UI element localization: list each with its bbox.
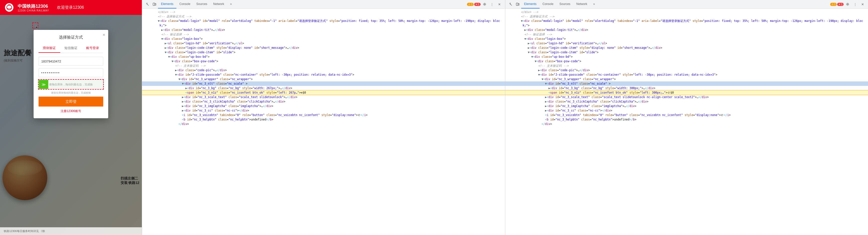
tab-console-right[interactable]: Console (539, 0, 557, 8)
error-badge-right: ✕ 1 (837, 3, 844, 6)
code-line[interactable]: </div> --> (505, 10, 868, 14)
code-line[interactable]: ▼<div id="nc_3_nlt" class="nc_scale" > (142, 81, 505, 86)
code-line[interactable]: ▶<div class="login-code-item" style="dis… (505, 46, 868, 50)
code-line[interactable]: </div> (505, 122, 868, 126)
code-line[interactable]: ▼<div class="login-box"> (505, 37, 868, 41)
modal-tab-account[interactable]: 账号登录 (82, 44, 103, 53)
more-icon-left[interactable]: ⋮ (489, 1, 496, 8)
code-line[interactable]: <!-- 选择验证方式 --> (142, 14, 505, 19)
code-line[interactable]: ▼<div id="J-slide-passcode" class="nc-co… (142, 72, 505, 77)
close-icon-right[interactable]: ✕ (859, 1, 866, 8)
code-line[interactable]: ▼<div class="modal-login" id="modal" rol… (505, 19, 868, 28)
tab-elements-left[interactable]: Elements (158, 0, 176, 8)
tab-network-right[interactable]: Network (574, 0, 590, 8)
code-line[interactable]: <i id="nc_3_voicebtn" tabindex="0" role=… (505, 113, 868, 117)
code-line[interactable]: ▼<div class="up-box-bd"> (505, 55, 868, 59)
code-line[interactable]: ▶<div class="modal-login-tit">…</div> (505, 28, 868, 32)
tab-more-right[interactable]: » (590, 0, 598, 8)
code-line[interactable]: ▶<ul class="login-hd" id="verification">… (505, 41, 868, 46)
svg-rect-7 (518, 3, 519, 5)
error-count-right: 1 (841, 3, 842, 6)
settings-icon-left[interactable] (481, 1, 488, 8)
code-line[interactable]: <!-- 验证选择 --> (505, 32, 868, 37)
code-line[interactable]: <!-- 选择验证方式 --> (505, 14, 868, 19)
code-line[interactable]: <!-- 文本验证码 --> (505, 63, 868, 68)
code-line[interactable]: ▶<div id="nc_3_scale_text" class="scale_… (142, 95, 505, 99)
code-line[interactable]: ▶<div id="nc_3_bg" class="nc_bg" style="… (505, 86, 868, 90)
settings-icon-right[interactable] (844, 1, 851, 8)
code-line[interactable]: ▶<div class="nc_3_clickCaptcha" class="c… (142, 99, 505, 104)
modal-tab-sms[interactable]: 短信验证 (60, 44, 82, 53)
inspect-icon-button[interactable] (144, 1, 151, 8)
code-line[interactable]: ▶<div id="nc_3_cc" class="nc-cc"></div> (505, 108, 868, 113)
code-line[interactable]: ▼<div id="nc_3_wrapper" class="nc_wrappe… (142, 77, 505, 81)
code-line[interactable]: ▶<div id="nc_3_scale_text" class="scale_… (505, 95, 868, 99)
site-name-sub: 12306 CHINA RAILWAY (18, 9, 49, 12)
code-line[interactable]: </div> (142, 122, 505, 126)
code-line[interactable]: ▼<div class="box-psw-code"> (505, 59, 868, 63)
code-line[interactable]: ▶<div id="nc_3_imgCaptcha" class="imgCap… (505, 104, 868, 108)
code-line[interactable]: ▶<div class="code-pic">…</div> (142, 68, 505, 72)
svg-rect-2 (8, 4, 10, 5)
site-name: 中国铁路12306 12306 CHINA RAILWAY (18, 3, 49, 12)
code-line[interactable]: </div> --> (142, 10, 505, 14)
code-line[interactable]: <!-- 文本验证码 --> (142, 63, 505, 68)
code-line[interactable]: <i id="nc_3_voicebtn" tabindex="0" role=… (142, 113, 505, 117)
code-line[interactable]: ▼<div class="up-box-bd"> (142, 55, 505, 59)
code-line[interactable]: <span id="nc_3_n1z" class="nc_iconfont b… (142, 90, 505, 95)
devtools-right-tabs: Elements Console Sources Network » (521, 0, 598, 8)
code-line[interactable]: ▼<div class="login-code-item" id="slide"… (142, 50, 505, 55)
code-line[interactable]: <!-- 验证选择 --> (142, 32, 505, 37)
tab-more-left[interactable]: » (227, 0, 235, 8)
close-icon-left[interactable]: ✕ (496, 1, 503, 8)
captcha-instruction: 请按住滑块拖动到最右边，完成校验 (38, 91, 103, 95)
code-line[interactable]: ▼<div class="login-code-item" id="slide"… (505, 50, 868, 55)
inspector-cursor-area (32, 22, 40, 30)
svg-rect-4 (155, 3, 156, 5)
code-line[interactable]: ▶<div id="nc_3_imgCaptcha" class="imgCap… (142, 104, 505, 108)
svg-point-8 (847, 4, 848, 5)
tab-sources-right[interactable]: Sources (557, 0, 574, 8)
code-line[interactable]: ▼<div class="modal-login" id="modal" rol… (142, 19, 505, 28)
inspect-icon-right[interactable] (507, 1, 514, 8)
device-icon-button[interactable] (151, 1, 158, 8)
code-line[interactable]: ▶<div class="modal-login-tit">…</div> (142, 28, 505, 32)
code-line[interactable]: ▶<div class="code-pic">…</div> (505, 68, 868, 72)
code-line[interactable]: <span id="nc_3_n1z" class="nc_iconfont b… (505, 90, 868, 95)
tab-console-left[interactable]: Console (176, 0, 193, 8)
code-line[interactable]: <b id="nc_3_helpbtn" class="nc_helpbtn">… (142, 117, 505, 122)
devtools-left-panel: Elements Console Sources Network » ⚠ 1 ✕… (142, 0, 505, 235)
code-line[interactable]: ▼<div id="J-slide-passcode" class="nc-co… (505, 72, 868, 77)
login-button[interactable]: 立即登 (38, 96, 103, 107)
code-line[interactable]: ▶<ul class="login-hd" id="verification">… (142, 41, 505, 46)
code-line[interactable]: ▼<div class="login-box"> (142, 37, 505, 41)
code-line[interactable]: ▼<div id="nc_3_wrapper" class="nc_wrappe… (505, 77, 868, 81)
phone-input[interactable] (38, 57, 103, 66)
password-input[interactable] (38, 68, 103, 77)
slider-track[interactable]: ≫ 请拖住滑块，拖动到最右边，完成验 (38, 80, 103, 89)
devtools-right-elements-content[interactable]: </div> --> <!-- 选择验证方式 --> ▼<div class="… (505, 9, 868, 235)
tab-elements-right[interactable]: Elements (521, 0, 539, 8)
modal-title: 选择验证方式 (38, 35, 103, 40)
code-line[interactable]: ▼<div class="box-psw-code"> (142, 59, 505, 63)
devtools-right-panel: Elements Console Sources Network » ⚠ 1 ✕… (505, 0, 868, 235)
code-line[interactable]: ▶<div class="login-code-item" style="dis… (142, 46, 505, 50)
slider-handle[interactable]: ≫ (39, 80, 48, 89)
site-content: 旅途配餐 (收到实物方可 扫描左侧二 安装 铁路12 (0, 15, 142, 235)
devtools-right-toolbar-right: ⚠ 1 ✕ 1 ⋮ ✕ (830, 1, 866, 8)
modal-dialog: × 选择验证方式 滑块验证 短信验证 账号登录 (34, 30, 108, 118)
tab-sources-left[interactable]: Sources (193, 0, 210, 8)
devtools-left-elements-content[interactable]: </div> --> <!-- 选择验证方式 --> ▼<div class="… (142, 9, 505, 235)
modal-close-button[interactable]: × (102, 32, 105, 37)
code-line[interactable]: ▶<div class="nc_3_clickCaptcha" class="c… (505, 99, 868, 104)
modal-tab-slider[interactable]: 滑块验证 (38, 44, 60, 53)
code-line[interactable]: ▼<div id="nc_3_nlt" class="nc_scale" > (505, 81, 868, 86)
code-line[interactable]: ▶<div id="nc_3_bg" class="nc_bg" style="… (142, 86, 505, 90)
device-icon-right[interactable] (514, 1, 521, 8)
warning-badge-right: ⚠ 1 (830, 3, 837, 6)
register-link[interactable]: 注册12306账号 (38, 109, 103, 113)
code-line[interactable]: ▶<div id="nc_3_cc" class="nc-cc"></div> (142, 108, 505, 113)
code-line[interactable]: <b id="nc_3_helpbtn" class="nc_helpbtn">… (505, 117, 868, 122)
more-icon-right[interactable]: ⋮ (851, 1, 859, 8)
tab-network-left[interactable]: Network (210, 0, 227, 8)
